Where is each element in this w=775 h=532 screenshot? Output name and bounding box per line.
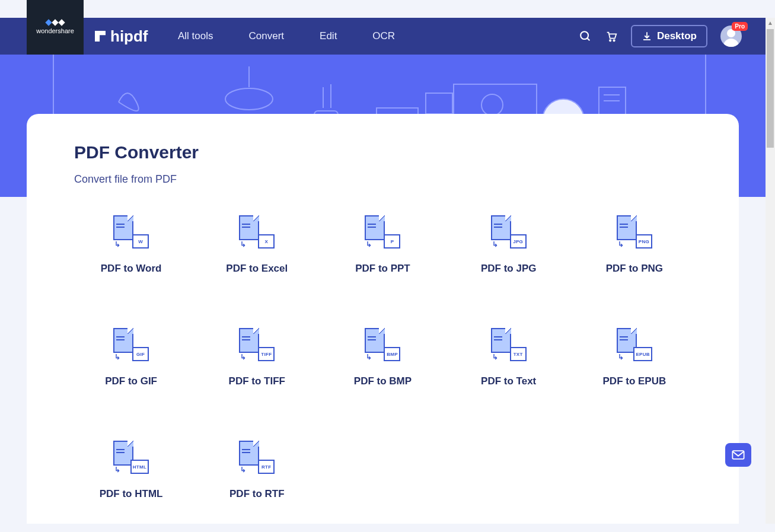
pro-badge: Pro: [732, 22, 748, 31]
file-convert-icon: W: [113, 215, 149, 249]
nav-convert[interactable]: Convert: [249, 30, 285, 42]
tool-pdf-to-png[interactable]: PNGPDF to PNG: [578, 215, 691, 275]
svg-point-3: [613, 40, 614, 41]
tool-pdf-to-word[interactable]: WPDF to Word: [74, 215, 188, 275]
tool-pdf-to-bmp[interactable]: BMPPDF to BMP: [326, 328, 439, 387]
brand-logo[interactable]: hipdf: [95, 18, 148, 55]
file-convert-icon: BMP: [365, 328, 400, 361]
tool-pdf-to-text[interactable]: TXTPDF to Text: [452, 328, 566, 387]
top-nav: wondershare hipdf All tools Convert Edit…: [0, 18, 766, 55]
tool-pdf-to-epub[interactable]: EPUBPDF to EPUB: [578, 328, 691, 387]
tool-label: PDF to BMP: [354, 375, 412, 387]
cart-icon[interactable]: [605, 30, 618, 43]
tool-label: PDF to RTF: [229, 488, 285, 500]
svg-point-2: [610, 40, 611, 41]
scroll-up-icon[interactable]: ▲: [767, 20, 773, 26]
tool-label: PDF to Word: [101, 263, 162, 275]
file-convert-icon: TIFF: [239, 328, 275, 361]
nav-all-tools[interactable]: All tools: [178, 30, 213, 42]
search-icon[interactable]: [579, 30, 592, 43]
tool-label: PDF to GIF: [105, 375, 157, 387]
file-convert-icon: GIF: [113, 328, 149, 361]
tool-label: PDF to Text: [481, 375, 536, 387]
file-convert-icon: PNG: [617, 215, 652, 249]
file-convert-icon: EPUB: [617, 328, 652, 361]
contact-button[interactable]: [725, 443, 751, 467]
tool-label: PDF to PNG: [606, 263, 663, 275]
svg-line-1: [587, 38, 589, 40]
file-convert-icon: HTML: [113, 441, 149, 474]
nav-edit[interactable]: Edit: [320, 30, 337, 42]
wondershare-badge[interactable]: wondershare: [27, 0, 84, 55]
tool-pdf-to-rtf[interactable]: RTFPDF to RTF: [200, 441, 314, 500]
file-convert-icon: TXT: [491, 328, 527, 361]
brand-text: hipdf: [110, 27, 148, 46]
nav-ocr[interactable]: OCR: [372, 30, 395, 42]
page-title: PDF Converter: [74, 142, 691, 163]
tool-pdf-to-ppt[interactable]: PPDF to PPT: [326, 215, 439, 275]
file-convert-icon: P: [365, 215, 400, 249]
tool-label: PDF to EPUB: [603, 375, 666, 387]
top-gap: [0, 0, 766, 18]
tool-label: PDF to Excel: [226, 263, 288, 275]
tool-pdf-to-excel[interactable]: XPDF to Excel: [200, 215, 314, 275]
scroll-thumb[interactable]: [767, 29, 774, 148]
desktop-button[interactable]: Desktop: [631, 25, 707, 47]
file-convert-icon: X: [239, 215, 275, 249]
tool-grid: WPDF to WordXPDF to ExcelPPDF to PPTJPGP…: [74, 215, 691, 500]
page-subtitle: Convert file from PDF: [74, 173, 691, 186]
download-icon: [642, 31, 652, 42]
file-convert-icon: JPG: [491, 215, 527, 249]
desktop-label: Desktop: [657, 30, 697, 42]
svg-point-0: [581, 31, 588, 39]
content-card: PDF Converter Convert file from PDF WPDF…: [27, 114, 739, 524]
tool-label: PDF to PPT: [355, 263, 410, 275]
tool-label: PDF to JPG: [481, 263, 537, 275]
file-convert-icon: RTF: [239, 441, 275, 474]
wondershare-label: wondershare: [36, 27, 74, 34]
tool-label: PDF to HTML: [100, 488, 163, 500]
tool-pdf-to-tiff[interactable]: TIFFPDF to TIFF: [200, 328, 314, 387]
scrollbar[interactable]: ▲ ▼: [766, 18, 775, 524]
user-menu[interactable]: Pro: [720, 26, 742, 47]
svg-rect-22: [732, 451, 744, 459]
tool-label: PDF to TIFF: [229, 375, 285, 387]
tool-pdf-to-gif[interactable]: GIFPDF to GIF: [74, 328, 188, 387]
mail-icon: [732, 450, 745, 460]
tool-pdf-to-jpg[interactable]: JPGPDF to JPG: [452, 215, 566, 275]
wondershare-icon: [46, 20, 64, 25]
nav-right: Desktop Pro: [579, 18, 742, 55]
hipdf-mark-icon: [95, 31, 106, 42]
tool-pdf-to-html[interactable]: HTMLPDF to HTML: [74, 441, 188, 500]
main-menu: All tools Convert Edit OCR: [178, 18, 395, 55]
